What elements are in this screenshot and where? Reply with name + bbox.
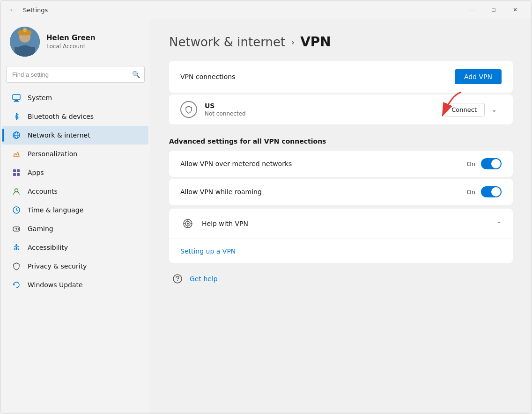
apps-icon bbox=[12, 168, 21, 177]
svg-rect-14 bbox=[17, 169, 20, 172]
toggle-roaming-status: On bbox=[467, 189, 475, 196]
main-layout: Helen Green Local Account 🔍 System bbox=[0, 19, 532, 414]
svg-rect-3 bbox=[15, 47, 35, 57]
sidebar-item-accessibility[interactable]: Accessibility bbox=[2, 238, 148, 257]
sidebar-label-accessibility: Accessibility bbox=[28, 244, 68, 251]
get-help-row: Get help bbox=[169, 272, 513, 285]
back-button[interactable]: ← bbox=[6, 3, 19, 16]
sidebar-item-time[interactable]: Time & language bbox=[2, 201, 148, 219]
get-help-icon bbox=[171, 272, 184, 285]
bluetooth-icon bbox=[12, 112, 21, 121]
vpn-expand-button[interactable]: ⌄ bbox=[487, 102, 502, 117]
svg-point-25 bbox=[18, 229, 19, 230]
toggle-metered-status: On bbox=[467, 160, 475, 167]
avatar bbox=[10, 27, 40, 57]
sidebar-label-accounts: Accounts bbox=[28, 188, 58, 195]
toggle-metered-label: Allow VPN over metered networks bbox=[180, 160, 467, 167]
sidebar-item-personalization[interactable]: Personalization bbox=[2, 145, 148, 163]
user-info: Helen Green Local Account bbox=[46, 34, 96, 50]
svg-rect-8 bbox=[15, 100, 18, 101]
search-input[interactable] bbox=[6, 66, 145, 83]
sidebar-label-privacy: Privacy & security bbox=[28, 262, 87, 270]
vpn-connect-button[interactable]: Connect bbox=[443, 103, 485, 116]
user-name: Helen Green bbox=[46, 34, 96, 42]
time-icon bbox=[12, 205, 21, 215]
network-icon bbox=[12, 131, 21, 140]
sidebar-nav: System Bluetooth & devices Network & int… bbox=[0, 88, 150, 294]
svg-point-24 bbox=[18, 228, 19, 229]
setup-vpn-link[interactable]: Setting up a VPN bbox=[180, 247, 236, 255]
page-header: Network & internet › VPN bbox=[169, 34, 513, 50]
get-help-link[interactable]: Get help bbox=[190, 275, 218, 283]
vpn-connections-label: VPN connections bbox=[180, 73, 235, 80]
titlebar: ← Settings — □ ✕ bbox=[0, 0, 532, 19]
maximize-button[interactable]: □ bbox=[483, 2, 504, 17]
user-section[interactable]: Helen Green Local Account bbox=[0, 19, 150, 66]
svg-rect-7 bbox=[13, 94, 20, 100]
sidebar: Helen Green Local Account 🔍 System bbox=[0, 19, 150, 414]
sidebar-label-time: Time & language bbox=[28, 206, 83, 214]
toggle-metered-switch[interactable] bbox=[481, 158, 502, 169]
toggle-row-roaming: Allow VPN while roaming On bbox=[169, 179, 513, 205]
sidebar-item-network[interactable]: Network & internet bbox=[2, 126, 148, 145]
vpn-shield-icon bbox=[180, 101, 197, 118]
vpn-connections-card: VPN connections Add VPN bbox=[169, 61, 513, 93]
help-vpn-icon bbox=[180, 216, 195, 231]
help-vpn-header[interactable]: Help with VPN ⌃ bbox=[169, 209, 513, 239]
accounts-icon bbox=[12, 187, 21, 196]
sidebar-item-system[interactable]: System bbox=[2, 88, 148, 107]
help-vpn-chevron-icon: ⌃ bbox=[496, 220, 502, 227]
privacy-icon bbox=[12, 261, 21, 271]
sidebar-label-apps: Apps bbox=[28, 169, 44, 176]
sidebar-item-update[interactable]: Windows Update bbox=[2, 276, 148, 294]
svg-point-6 bbox=[23, 28, 27, 32]
breadcrumb-separator: › bbox=[291, 36, 295, 48]
toggle-row-metered: Allow VPN over metered networks On bbox=[169, 151, 513, 177]
sidebar-item-privacy[interactable]: Privacy & security bbox=[2, 257, 148, 276]
vpn-name: US bbox=[205, 102, 443, 109]
minimize-button[interactable]: — bbox=[461, 2, 483, 17]
toggle-roaming-switch[interactable] bbox=[481, 186, 502, 197]
sidebar-item-apps[interactable]: Apps bbox=[2, 163, 148, 182]
svg-rect-9 bbox=[14, 101, 19, 102]
vpn-entry: US Not connected Connect ⌄ bbox=[169, 94, 513, 124]
settings-window: ← Settings — □ ✕ bbox=[0, 0, 532, 414]
svg-point-36 bbox=[177, 280, 178, 281]
system-icon bbox=[12, 93, 21, 102]
accessibility-icon bbox=[12, 243, 21, 252]
svg-rect-13 bbox=[13, 169, 16, 172]
window-controls: — □ ✕ bbox=[461, 2, 526, 17]
advanced-section: Advanced settings for all VPN connection… bbox=[169, 130, 513, 205]
vpn-status: Not connected bbox=[205, 110, 443, 117]
toggle-roaming-label: Allow VPN while roaming bbox=[180, 188, 467, 196]
help-vpn-card: Help with VPN ⌃ Setting up a VPN bbox=[169, 209, 513, 263]
sidebar-label-bluetooth: Bluetooth & devices bbox=[28, 113, 94, 120]
sidebar-label-system: System bbox=[28, 94, 52, 102]
main-content: Network & internet › VPN VPN connections… bbox=[150, 19, 532, 414]
sidebar-label-gaming: Gaming bbox=[28, 225, 53, 232]
sidebar-label-update: Windows Update bbox=[28, 281, 83, 289]
svg-point-34 bbox=[187, 223, 189, 225]
update-icon bbox=[12, 280, 21, 290]
sidebar-item-gaming[interactable]: Gaming bbox=[2, 219, 148, 238]
search-box: 🔍 bbox=[6, 66, 145, 83]
sidebar-label-personalization: Personalization bbox=[28, 150, 77, 158]
page-title: VPN bbox=[300, 34, 331, 50]
close-button[interactable]: ✕ bbox=[504, 2, 526, 17]
svg-line-20 bbox=[16, 210, 18, 211]
titlebar-title: Settings bbox=[23, 7, 48, 14]
user-account-type: Local Account bbox=[46, 43, 96, 50]
breadcrumb-parent[interactable]: Network & internet bbox=[169, 35, 285, 49]
add-vpn-button[interactable]: Add VPN bbox=[455, 69, 502, 84]
vpn-entry-info: US Not connected bbox=[205, 102, 443, 117]
svg-rect-15 bbox=[13, 173, 16, 176]
personalization-icon bbox=[12, 149, 21, 159]
svg-rect-16 bbox=[17, 173, 20, 176]
sidebar-item-accounts[interactable]: Accounts bbox=[2, 182, 148, 201]
sidebar-item-bluetooth[interactable]: Bluetooth & devices bbox=[2, 107, 148, 126]
advanced-section-title: Advanced settings for all VPN connection… bbox=[169, 130, 513, 151]
svg-point-26 bbox=[15, 244, 17, 246]
help-vpn-label: Help with VPN bbox=[202, 220, 496, 227]
sidebar-label-network: Network & internet bbox=[28, 131, 90, 139]
gaming-icon bbox=[12, 224, 21, 233]
